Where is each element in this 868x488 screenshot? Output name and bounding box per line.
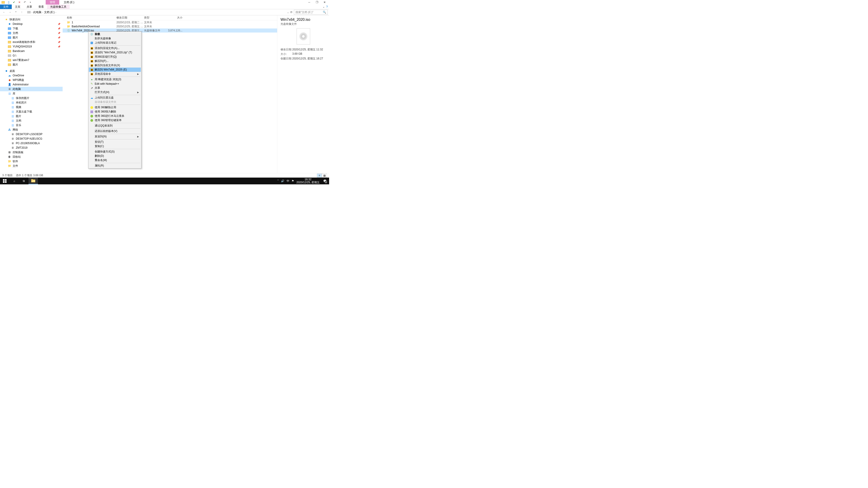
tree-item[interactable]: 图片 <box>0 62 63 67</box>
tree-item[interactable]: ■Desktop📌 <box>0 22 63 26</box>
menu-item[interactable]: ● 用 蜂蜜浏览器 浏览(3) <box>89 77 141 82</box>
tree-item[interactable]: ▥音乐 <box>0 123 63 127</box>
menu-item[interactable]: 属性(R) <box>89 164 141 168</box>
tree-item[interactable]: win7重装win7 <box>0 58 63 62</box>
search-input[interactable]: 搜索"文档 (E:)" 🔍 <box>294 10 328 15</box>
nav-recent-dropdown[interactable]: ▾ <box>14 11 18 14</box>
ribbon-tab-file[interactable]: 文件 <box>0 4 12 9</box>
menu-item[interactable]: 重命名(M) <box>89 158 141 162</box>
ribbon-tab-share[interactable]: 共享 <box>24 4 35 9</box>
breadcrumb-segment[interactable]: 此电脑 <box>33 10 41 14</box>
breadcrumb-segment[interactable]: 文档 (E:) <box>44 10 55 14</box>
menu-item[interactable]: ✎ Edit with Notepad++ <box>89 82 141 86</box>
tree-item[interactable]: 📁软件 <box>0 159 63 164</box>
taskbar-clock[interactable]: 16:32 2020/12/25, 星期五 <box>296 178 320 184</box>
menu-item[interactable]: N 上传到有道云笔记 <box>89 41 141 45</box>
tree-item[interactable]: 👤Administrator <box>0 82 63 87</box>
tree-item[interactable]: ⊞控制面板 <box>0 150 63 155</box>
tree-item[interactable]: YUNQISHI2019📌 <box>0 44 63 49</box>
menu-item[interactable]: 打开方式(H) ▶ <box>89 90 141 94</box>
column-size[interactable]: 大小 <box>166 16 185 20</box>
chevron-right-icon[interactable]: › <box>42 11 43 13</box>
chevron-right-icon[interactable]: › <box>32 11 32 13</box>
tree-item[interactable]: ▥图片 <box>0 114 63 119</box>
ribbon-tab-disc-tools[interactable]: 光盘映像工具 <box>47 4 70 9</box>
navigation-pane[interactable]: ★ 快速访问 ■Desktop📌下载📌文档📌图片📌excel表格制作求和📌YUN… <box>0 15 63 173</box>
qat-delete-icon[interactable]: ✕ <box>18 0 21 4</box>
task-view-button[interactable]: ⧉ <box>19 177 29 184</box>
chevron-right-icon[interactable]: › <box>55 11 56 13</box>
tree-item[interactable]: 下载📌 <box>0 26 63 31</box>
tree-item[interactable]: 📁文件 <box>0 164 63 168</box>
menu-item[interactable]: 还原以前的版本(V) <box>89 129 141 133</box>
tree-item[interactable]: ▥视频 <box>0 105 63 109</box>
close-button[interactable]: ✕ <box>322 0 327 4</box>
tree-item[interactable]: 🖥此电脑 <box>0 87 63 91</box>
tree-item[interactable]: 🖥PC-20190530OBLA <box>0 141 63 145</box>
file-row[interactable]: 📁 1 2020/12/15, 星期二 1... 文件夹 <box>63 20 277 24</box>
minimize-button[interactable]: ─ <box>307 0 311 4</box>
tree-item[interactable]: 文档📌 <box>0 31 63 35</box>
menu-item[interactable]: ▦ 解压到当前文件夹(X) <box>89 63 141 68</box>
notification-center-button[interactable]: 💬 3 <box>322 178 328 184</box>
view-icons-button[interactable]: ▦ <box>322 173 327 177</box>
refresh-icon[interactable]: ⟳ <box>290 11 292 14</box>
breadcrumb[interactable]: › 此电脑 › 文档 (E:) › <box>26 10 287 14</box>
ime-indicator[interactable]: 中 <box>287 179 289 183</box>
menu-item[interactable]: 💿 装载 <box>89 32 141 36</box>
column-headers[interactable]: 名称 修改日期 类型 大小 <box>63 15 277 20</box>
menu-item[interactable]: ↗ 共享 <box>89 86 141 90</box>
tray-overflow-icon[interactable]: ˄ <box>277 180 279 183</box>
qat-undo-icon[interactable]: ↶ <box>23 0 27 4</box>
tree-desktop-root[interactable]: ■ 桌面 <box>0 69 63 73</box>
volume-icon[interactable]: 🔊 <box>281 180 284 183</box>
menu-item[interactable]: ▦ 用360压缩打开(Q) <box>89 55 141 59</box>
view-details-button[interactable]: ≡ <box>317 173 322 177</box>
nav-forward-button[interactable]: → <box>8 11 12 14</box>
qat-check-icon[interactable]: ✔ <box>12 0 16 4</box>
ribbon-expand-icon[interactable]: ⌄ <box>322 5 325 8</box>
menu-item[interactable]: 发送到(N) ▶ <box>89 134 141 139</box>
tree-item[interactable]: ◆WPS网盘 <box>0 78 63 82</box>
menu-item[interactable]: ▦ 解压到 Win7x64_2020\ (E) <box>89 68 141 72</box>
tree-item[interactable]: ▥本机照片 <box>0 100 63 105</box>
menu-item[interactable]: 使用 360强力删除 <box>89 109 141 114</box>
start-button[interactable] <box>0 177 9 184</box>
file-row[interactable]: 📁 BaiduNetdiskDownload 2020/12/25, 星期五 1… <box>63 24 277 29</box>
menu-item[interactable]: 刻录光盘映像 <box>89 36 141 41</box>
column-name[interactable]: 名称 <box>67 16 116 20</box>
tree-network[interactable]: 🖧 网络 <box>0 127 63 132</box>
menu-item[interactable]: ▦ 添加到压缩文件(A)... <box>89 46 141 51</box>
nav-back-button[interactable]: ← <box>2 11 6 14</box>
tree-item[interactable]: 🖥ZMT2019 <box>0 145 63 150</box>
menu-item[interactable]: 剪切(T) <box>89 140 141 144</box>
search-button[interactable]: ⌕ <box>9 177 19 184</box>
tree-item[interactable]: ▥库 <box>0 91 63 96</box>
tree-item[interactable]: 🖥DESKTOP-LSSOEDP <box>0 132 63 136</box>
qat-item[interactable]: ▯ <box>7 0 10 4</box>
menu-item[interactable]: ▦ 其他压缩命令 ▶ <box>89 72 141 76</box>
menu-item[interactable]: ▦ 添加到 "Win7x64_2020.zip" (T) <box>89 51 141 55</box>
tree-item[interactable]: Bandicam <box>0 49 63 53</box>
help-icon[interactable]: ? <box>326 5 328 8</box>
menu-item[interactable]: ☁ 上传到百度云盘 <box>89 96 141 100</box>
menu-item[interactable]: 通过QQ发送到 <box>89 124 141 128</box>
address-dropdown-icon[interactable]: ⌄ <box>287 11 289 13</box>
column-type[interactable]: 类型 <box>144 16 166 20</box>
menu-item[interactable]: 使用 360进行木马云查杀 <box>89 114 141 118</box>
tree-item[interactable]: ▥天翼云盘下载 <box>0 109 63 114</box>
contextual-tab[interactable]: 管理 <box>46 0 59 4</box>
tree-item[interactable]: 图片📌 <box>0 35 63 40</box>
tree-item[interactable]: 🖥DESKTOP-NJEU3CG <box>0 136 63 141</box>
menu-item[interactable]: 使用 360解除占用 <box>89 105 141 109</box>
tree-item[interactable]: ▥文档 <box>0 119 63 123</box>
menu-item[interactable]: 使用 360管理右键菜单 <box>89 118 141 123</box>
qat-dropdown-icon[interactable]: ▾ <box>29 0 32 4</box>
tray-flag-icon[interactable]: ⚑ <box>291 180 294 183</box>
tree-item[interactable]: ▥保存的图片 <box>0 96 63 100</box>
tree-item[interactable]: excel表格制作求和📌 <box>0 40 63 44</box>
menu-item[interactable]: 复制(C) <box>89 144 141 149</box>
taskbar-explorer-button[interactable] <box>29 177 38 184</box>
tree-item[interactable]: ☁OneDrive <box>0 73 63 78</box>
nav-up-button[interactable]: ↑ <box>20 11 24 14</box>
